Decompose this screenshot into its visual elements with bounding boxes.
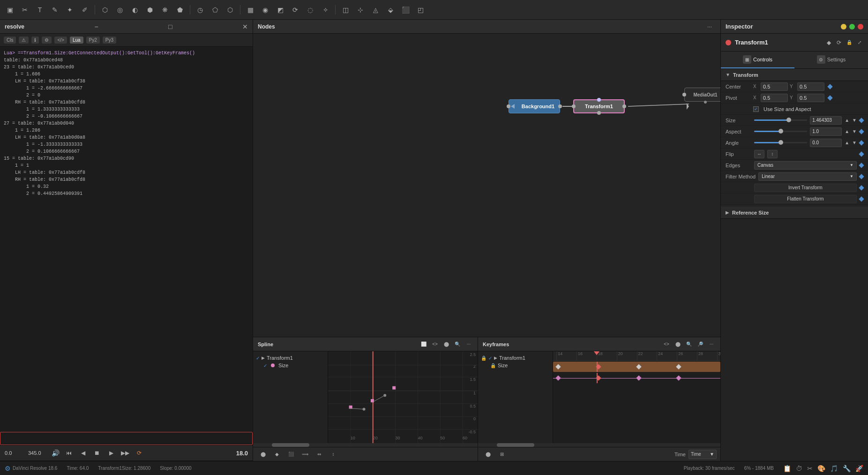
tool-square-half[interactable]: ◩ xyxy=(274,4,286,16)
tool-draw[interactable]: ✎ xyxy=(49,4,61,16)
kf-track-transform1[interactable] xyxy=(553,362,720,372)
filter-method-keyframe-btn[interactable] xyxy=(859,174,864,179)
tool-text[interactable]: T xyxy=(34,4,46,16)
size-keyframe-up[interactable]: ▲ xyxy=(845,118,849,123)
tool-star[interactable]: ✦ xyxy=(64,4,76,16)
spline-tool-1[interactable]: ⬤ xyxy=(257,448,269,460)
tool-extra2[interactable]: ⊹ xyxy=(354,4,367,16)
console-maximize[interactable]: □ xyxy=(168,23,172,30)
spline-code-btn[interactable]: <> xyxy=(431,340,439,349)
edges-dropdown[interactable]: Canvas ▼ xyxy=(754,161,857,170)
tool-bullseye[interactable]: ◉ xyxy=(259,4,271,16)
pivot-keyframe-btn[interactable] xyxy=(827,95,832,100)
transport-volume-icon[interactable]: 🔊 xyxy=(52,449,60,457)
inspector-section-reference-size[interactable]: ▶ Reference Size xyxy=(721,207,868,219)
spline-tool-3[interactable]: ⬛ xyxy=(285,448,297,460)
taskbar-icon-5[interactable]: 🎵 xyxy=(830,465,838,472)
center-y-input[interactable] xyxy=(797,82,824,91)
taskbar-icon-6[interactable]: 🔧 xyxy=(843,465,851,472)
transport-goto-start[interactable]: ⏮ xyxy=(64,448,74,458)
keyframes-timeline[interactable]: 14 16 18 20 22 24 26 28 30 xyxy=(553,351,720,443)
center-x-input[interactable] xyxy=(761,82,788,91)
inspector-tab-controls[interactable]: ⊞ Controls xyxy=(721,52,794,68)
console-close[interactable]: ✕ xyxy=(242,23,248,30)
tool-halfcircle[interactable]: ◐ xyxy=(129,4,141,16)
spline-dot-btn[interactable]: ⬤ xyxy=(442,340,450,349)
taskbar-icon-7[interactable]: 🚀 xyxy=(855,465,863,472)
spline-zoom-in-btn[interactable]: 🔍 xyxy=(453,340,462,349)
console-input[interactable] xyxy=(3,436,249,441)
aspect-keyframe-up[interactable]: ▲ xyxy=(845,129,849,134)
spline-scrollbar-thumb[interactable] xyxy=(272,443,309,447)
tool-circle[interactable]: ◎ xyxy=(114,4,126,16)
aspect-keyframe-down[interactable]: ▼ xyxy=(852,129,857,134)
invert-transform-btn[interactable]: Invert Transform xyxy=(754,184,857,192)
kf-dot-btn[interactable]: ⬤ xyxy=(673,340,682,349)
console-tab-lua[interactable]: Lua xyxy=(70,37,83,44)
console-tab-warn[interactable]: ⚠ xyxy=(19,37,29,44)
inspector-maximize-btn[interactable] xyxy=(849,24,855,30)
aspect-value-input[interactable] xyxy=(810,127,842,136)
filter-method-dropdown[interactable]: Linear ▼ xyxy=(758,172,857,181)
tool-pentagon[interactable]: ⬠ xyxy=(209,4,221,16)
console-tab-settings[interactable]: ⚙ xyxy=(42,37,52,44)
tool-extra6[interactable]: ◰ xyxy=(414,4,427,16)
size-slider[interactable] xyxy=(754,119,807,121)
inspector-section-transform[interactable]: ▼ Transform xyxy=(721,69,868,81)
tool-extra4[interactable]: ⬙ xyxy=(384,4,397,16)
console-tab-cls[interactable]: Cls xyxy=(4,37,16,44)
transport-stop[interactable]: ⏹ xyxy=(92,448,102,458)
nodes-canvas[interactable]: Background1 Transform1 MediaOut1 xyxy=(253,34,720,337)
pivot-y-input[interactable] xyxy=(797,94,824,102)
kf-tree-transform1[interactable]: 🔒 ✓ ▶ Transform1 xyxy=(481,354,550,362)
tool-extra1[interactable]: ◫ xyxy=(339,4,352,16)
inspector-lock-btn[interactable]: 🔒 xyxy=(846,39,853,46)
tool-refresh[interactable]: ⟳ xyxy=(289,4,301,16)
spline-tree-transform1-expand[interactable]: ▶ xyxy=(262,356,265,360)
tool-flower[interactable]: ❋ xyxy=(159,4,171,16)
size-slider-thumb[interactable] xyxy=(786,118,791,122)
kf-zoom-in-btn[interactable]: 🔍 xyxy=(685,340,693,349)
taskbar-icon-2[interactable]: ⏱ xyxy=(796,465,802,472)
inspector-tab-settings[interactable]: ⚙ Settings xyxy=(794,52,868,68)
angle-keyframe-btn[interactable] xyxy=(859,140,864,145)
spline-tree-transform1[interactable]: ✓ ▶ Transform1 xyxy=(256,354,325,362)
flatten-transform-btn[interactable]: Flatten Transform xyxy=(754,195,857,203)
flip-h-btn[interactable]: ↔ xyxy=(754,150,764,158)
kf-tool-1[interactable]: ⬤ xyxy=(482,448,494,460)
spline-scrollbar[interactable] xyxy=(253,443,478,447)
flip-keyframe-btn[interactable] xyxy=(859,151,864,156)
node-mediaout1[interactable]: MediaOut1 xyxy=(684,88,720,102)
tool-hex2[interactable]: ⬢ xyxy=(144,4,156,16)
tool-cut[interactable]: ✂ xyxy=(19,4,31,16)
inspector-expand-btn[interactable]: ⤢ xyxy=(856,39,863,46)
kf-time-dropdown[interactable]: Time▼ xyxy=(688,450,717,459)
tool-target[interactable]: ⟡ xyxy=(319,4,331,16)
node-background1[interactable]: Background1 xyxy=(509,99,560,113)
kf-expand-btn[interactable]: <> xyxy=(662,340,671,349)
transport-play[interactable]: ▶ xyxy=(106,448,116,458)
nodes-menu-btn[interactable]: ··· xyxy=(703,21,716,33)
tool-grid[interactable]: ▦ xyxy=(244,4,256,16)
spline-tool-2[interactable]: ◆ xyxy=(271,448,283,460)
taskbar-icon-3[interactable]: ✂ xyxy=(807,465,813,472)
angle-value-input[interactable] xyxy=(810,139,842,147)
transport-loop[interactable]: ⟳ xyxy=(135,448,144,458)
spline-expand-btn[interactable]: ⬜ xyxy=(419,340,428,349)
tool-extra5[interactable]: ⬛ xyxy=(399,4,412,16)
inspector-minimize-btn[interactable] xyxy=(841,24,846,30)
use-size-checkbox[interactable]: ✓ xyxy=(753,106,759,112)
spline-tree-size[interactable]: ✓ Size xyxy=(256,362,325,369)
kf-scrollbar[interactable] xyxy=(478,443,720,447)
inspector-reset-btn[interactable]: ⟳ xyxy=(835,39,843,46)
kf-tree-transform1-expand[interactable]: ▶ xyxy=(494,356,497,360)
size-slider-container[interactable] xyxy=(754,119,807,121)
spline-graph[interactable]: 2.5 2 1.5 1 0.5 0 -0.5 xyxy=(328,351,478,443)
console-tab-code[interactable]: </> xyxy=(54,37,67,44)
console-tab-info[interactable]: ℹ xyxy=(31,37,39,44)
inspector-keyframe-btn[interactable]: ◆ xyxy=(825,39,832,46)
kf-track-size[interactable] xyxy=(553,373,720,383)
inspector-close-btn[interactable] xyxy=(858,24,863,30)
aspect-keyframe-btn[interactable] xyxy=(859,129,864,134)
tool-hex3[interactable]: ⬡ xyxy=(224,4,236,16)
